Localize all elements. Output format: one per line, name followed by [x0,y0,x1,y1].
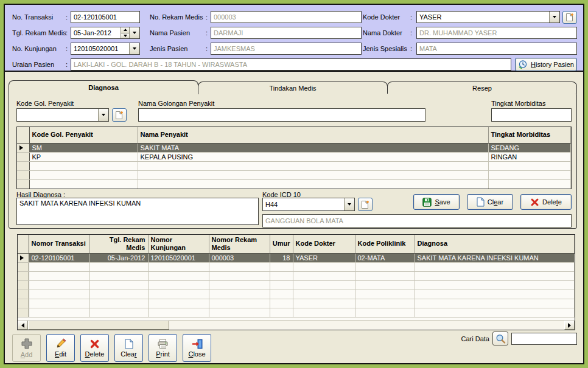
kode-dokter-value[interactable]: YASER [417,12,549,23]
row-selector[interactable] [18,299,29,308]
kode-gol-penyakit-value[interactable] [17,109,98,121]
nama-golongan-penyakit-input[interactable] [138,108,425,122]
row-selector[interactable] [18,290,29,299]
kode-gol-dropdown-button[interactable] [98,109,108,121]
tgl-rekam-medis-value[interactable]: 05-Jan-2012 [71,27,121,38]
scroll-right-button[interactable] [564,321,575,330]
scrollbar-thumb[interactable] [28,321,169,330]
hasil-diagnosa-input[interactable]: SAKIT MATA KARENA INFEKSI KUMAN [16,198,259,225]
no-kunjungan-dropdown-button[interactable] [129,43,139,54]
column-header: Nomor Kunjungan [148,235,209,253]
row-selector[interactable] [17,152,29,161]
arrow-right-icon [568,323,571,328]
chevron-down-icon [348,203,351,206]
new-icd10-button[interactable] [358,198,373,211]
scrollbar-track[interactable] [169,321,564,330]
records-grid: Nomor TransaksiTgl. Rekam MedisNomor Kun… [17,234,575,330]
chevron-down-icon [133,32,136,34]
delete-button[interactable]: Delete [520,194,572,210]
row-selector-header [17,127,29,143]
cari-data-input[interactable] [511,333,577,345]
history-clock-icon [518,60,528,69]
date-spinner [121,27,129,38]
spin-down-button[interactable] [121,33,129,39]
column-header: Diagnosa [415,235,575,253]
icd10-dropdown-button[interactable] [344,198,354,210]
row-selector[interactable] [18,280,29,290]
history-pasien-button[interactable]: History Pasien [515,58,577,71]
table-row[interactable] [18,299,575,308]
printer-icon [157,339,169,349]
edit-button[interactable]: Edit [46,334,75,362]
row-selector[interactable] [18,308,29,317]
no-kunjungan-combobox[interactable]: 120105020001 [71,43,140,55]
nama-dokter-label: Nama Dokter [363,27,402,39]
new-dokter-button[interactable] [562,11,577,24]
table-row[interactable]: KPKEPALA PUSINGRINGAN [17,152,571,161]
blank-page-icon [477,197,485,207]
date-dropdown-button[interactable] [129,27,139,38]
horizontal-scrollbar[interactable] [18,320,575,330]
row-selector-arrow [20,255,24,260]
colon: : [66,11,68,23]
colon: : [66,43,68,55]
kode-icd10-combobox[interactable]: H44 [262,198,355,211]
row-selector[interactable] [18,253,29,262]
no-transaksi-input[interactable]: 02-120105001 [71,11,140,23]
scroll-left-button[interactable] [18,321,28,330]
no-kunjungan-value[interactable]: 120105020001 [71,43,129,54]
search-button[interactable] [492,332,508,345]
kode-gol-penyakit-combobox[interactable] [16,108,109,122]
colon: : [410,11,412,23]
print-button[interactable]: Print [149,334,177,362]
clear-button[interactable]: Clear [467,194,513,210]
cari-data-label: Cari Data [461,333,489,345]
tab-diagnosa[interactable]: Diagnosa [9,80,198,94]
table-row[interactable] [17,161,571,170]
table-row[interactable] [18,308,575,317]
delete-record-button[interactable]: Delete [80,334,109,362]
no-kunjungan-label: No. Kunjungan [12,43,57,55]
row-selector[interactable] [17,179,29,189]
new-gol-penyakit-button[interactable] [112,108,127,122]
kode-icd10-value[interactable]: H44 [263,198,344,210]
table-row[interactable] [18,290,575,299]
close-button[interactable]: Close [183,334,211,362]
save-icon [422,198,432,207]
row-selector[interactable] [17,170,29,179]
kode-dokter-dropdown-button[interactable] [549,12,559,23]
save-button[interactable]: Save [413,194,460,210]
jenis-spesialis-label: Jenis Spesialis [363,43,407,55]
table-row[interactable] [18,280,575,290]
edit-button-label: Edit [55,350,66,358]
table-row[interactable] [17,179,571,189]
spin-up-button[interactable] [121,27,129,33]
row-selector[interactable] [17,161,29,170]
row-selector[interactable] [18,262,29,271]
kode-dokter-combobox[interactable]: YASER [416,11,560,23]
table-row[interactable]: SMSAKIT MATASEDANG [17,143,571,152]
close-button-label: Close [188,350,205,358]
diagnosa-tab-panel: Kode Gol. Penyakit Nama Golongan Penyaki… [9,93,577,229]
tab-resep[interactable]: Resep [387,82,577,94]
table-row[interactable] [18,271,575,280]
nama-pasien-label: Nama Pasien [150,27,190,39]
icd10-description-field: GANGGUAN BOLA MATA [262,214,572,227]
no-transaksi-label: No. Transaksi [12,11,53,23]
blank-page-icon [125,339,133,349]
table-row[interactable] [18,262,575,271]
row-selector[interactable] [18,271,29,280]
tab-strip: Diagnosa Tindakan Medis Resep [9,80,577,94]
clear-button-label: Clear [488,198,503,206]
tingkat-morbiditas-input[interactable] [491,108,572,122]
row-selector[interactable] [17,143,29,152]
search-icon [495,334,506,344]
arrow-down-icon [124,35,127,37]
tab-tindakan-medis[interactable]: Tindakan Medis [198,82,388,94]
tgl-rekam-medis-picker[interactable]: 05-Jan-2012 [71,27,140,39]
column-header: Tingkat Morbiditas [488,127,571,143]
table-row[interactable]: 02-12010500105-Jan-201212010502000100000… [18,253,575,262]
clear-form-button[interactable]: Clear [114,334,143,362]
exit-door-icon [192,339,203,349]
table-row[interactable] [17,170,571,179]
